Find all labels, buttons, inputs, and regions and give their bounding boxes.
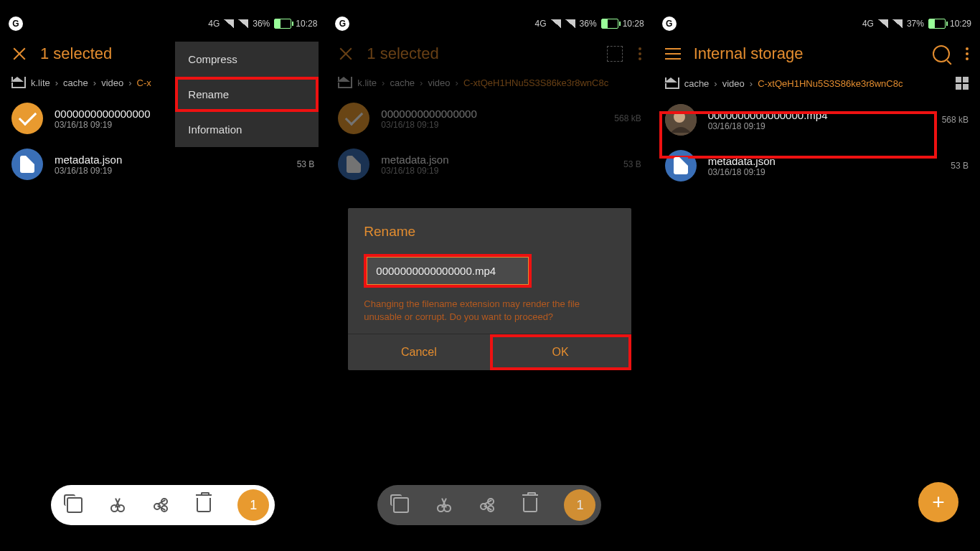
scissors-icon xyxy=(437,498,451,512)
share-icon xyxy=(154,498,168,512)
file-name: metadata.json xyxy=(708,155,940,167)
file-date: 03/16/18 09:19 xyxy=(381,166,612,176)
crumb-current: C-xtQeH1HNu5S3S86ke3r8wnC8c xyxy=(463,77,608,88)
hamburger-menu-icon[interactable] xyxy=(665,48,681,60)
document-icon xyxy=(347,156,361,173)
file-size: 53 B xyxy=(951,161,969,171)
context-menu: Compress Rename Information xyxy=(175,42,319,147)
breadcrumb: k.lite› cache› video› C-xtQeH1HNu5S3S86k… xyxy=(326,74,652,95)
selection-app-bar: 1 selected xyxy=(326,34,652,74)
chevron-right-icon: › xyxy=(55,77,58,88)
signal-icon xyxy=(892,19,903,28)
crumb-item[interactable]: cache xyxy=(63,77,88,88)
home-icon[interactable] xyxy=(665,77,679,89)
cut-button xyxy=(435,496,453,514)
overflow-menu-icon[interactable] xyxy=(966,47,969,60)
video-thumbnail[interactable] xyxy=(665,104,697,136)
browse-app-bar: Internal storage xyxy=(654,34,980,74)
file-thumb[interactable] xyxy=(665,150,697,182)
add-fab[interactable]: + xyxy=(918,482,958,522)
copy-icon xyxy=(393,497,409,513)
status-left: G xyxy=(9,17,23,31)
selection-count: 1 selected xyxy=(367,44,593,63)
extension-warning: Changing the filename extension may rend… xyxy=(364,298,615,324)
share-button[interactable] xyxy=(151,496,170,514)
crumb-item[interactable]: cache xyxy=(684,78,710,89)
svg-point-1 xyxy=(674,111,685,123)
overflow-menu-icon[interactable] xyxy=(639,47,641,60)
battery-icon xyxy=(274,19,291,29)
notification-badge-icon: G xyxy=(662,17,677,31)
status-bar: G 4G 36% 10:28 xyxy=(326,14,652,33)
selection-toolbar: 1 xyxy=(377,485,601,525)
home-icon[interactable] xyxy=(11,77,26,88)
file-date: 03/16/18 09:19 xyxy=(55,166,286,176)
search-icon[interactable] xyxy=(933,45,950,62)
file-date: 03/16/18 09:19 xyxy=(381,120,603,130)
view-grid-icon[interactable] xyxy=(956,77,969,90)
signal-icon xyxy=(878,19,888,28)
copy-button[interactable] xyxy=(65,496,84,514)
crumb-item: cache xyxy=(390,77,415,88)
rename-dialog: Rename Changing the filename extension m… xyxy=(348,208,631,370)
selected-check-thumb[interactable] xyxy=(11,103,43,134)
selection-toolbar: 1 xyxy=(51,485,275,525)
file-size: 568 kB xyxy=(614,113,641,123)
cancel-button[interactable]: Cancel xyxy=(348,334,489,370)
menu-item-information[interactable]: Information xyxy=(175,112,319,147)
file-name: metadata.json xyxy=(55,154,286,166)
file-row-renamed[interactable]: 0000000000000000.mp4 03/16/18 09:19 568 … xyxy=(654,97,980,143)
file-size: 53 B xyxy=(297,159,315,169)
delete-button xyxy=(521,496,540,514)
dialog-title: Rename xyxy=(364,224,615,240)
file-thumb[interactable] xyxy=(11,149,43,180)
status-bar: G 4G 37% 10:29 xyxy=(654,14,980,33)
copy-button xyxy=(392,496,410,514)
delete-button[interactable] xyxy=(194,496,213,514)
battery-icon xyxy=(601,19,618,29)
crumb-root: k.lite xyxy=(357,77,377,88)
network-label: 4G xyxy=(208,19,220,29)
share-button xyxy=(478,496,496,514)
chevron-right-icon: › xyxy=(93,77,96,88)
rename-input[interactable] xyxy=(367,257,529,285)
clock: 10:28 xyxy=(296,19,317,29)
battery-pct: 37% xyxy=(907,19,924,29)
crumb-current: C-xtQeH1HNu5S3S86ke3r8wnC8c xyxy=(758,78,903,89)
scissors-icon xyxy=(110,498,125,512)
screenshot-panel-1: G 4G 36% 10:28 1 selected k.lite› cache›… xyxy=(0,0,326,551)
file-row[interactable]: metadata.json 03/16/18 09:19 53 B xyxy=(0,141,326,187)
close-selection-icon[interactable] xyxy=(338,46,354,62)
notification-badge-icon: G xyxy=(335,17,349,31)
selection-count-badge: 1 xyxy=(564,489,595,521)
file-size: 53 B xyxy=(623,159,641,169)
crumb-item[interactable]: video xyxy=(722,78,745,89)
ok-button[interactable]: OK xyxy=(490,334,631,370)
menu-item-compress[interactable]: Compress xyxy=(175,42,319,77)
battery-pct: 36% xyxy=(580,19,597,29)
close-selection-icon[interactable] xyxy=(11,46,27,62)
copy-icon xyxy=(67,497,83,513)
crumb-root[interactable]: k.lite xyxy=(31,77,50,88)
file-name: 0000000000000000 xyxy=(381,108,603,120)
check-icon xyxy=(345,107,363,125)
file-date: 03/16/18 09:19 xyxy=(708,167,940,177)
clock: 10:28 xyxy=(623,19,644,29)
check-icon xyxy=(18,107,36,125)
notification-badge-icon: G xyxy=(9,17,23,31)
menu-item-rename[interactable]: Rename xyxy=(175,77,319,112)
file-date: 03/16/18 09:19 xyxy=(708,121,930,131)
crumb-current: C-x xyxy=(137,77,151,88)
share-icon xyxy=(480,498,494,512)
crumb-item[interactable]: video xyxy=(101,77,123,88)
file-row[interactable]: metadata.json 03/16/18 09:19 53 B xyxy=(654,143,980,189)
selection-count-badge[interactable]: 1 xyxy=(237,489,269,521)
file-name: metadata.json xyxy=(381,154,612,166)
clock: 10:29 xyxy=(950,19,971,29)
breadcrumb[interactable]: cache› video› C-xtQeH1HNu5S3S86ke3r8wnC8… xyxy=(654,74,980,97)
document-icon xyxy=(674,157,688,174)
file-row: metadata.json 03/16/18 09:19 53 B xyxy=(326,141,652,187)
cut-button[interactable] xyxy=(108,496,127,514)
select-all-icon[interactable] xyxy=(607,46,623,62)
status-right: 4G 36% 10:28 xyxy=(208,19,317,29)
